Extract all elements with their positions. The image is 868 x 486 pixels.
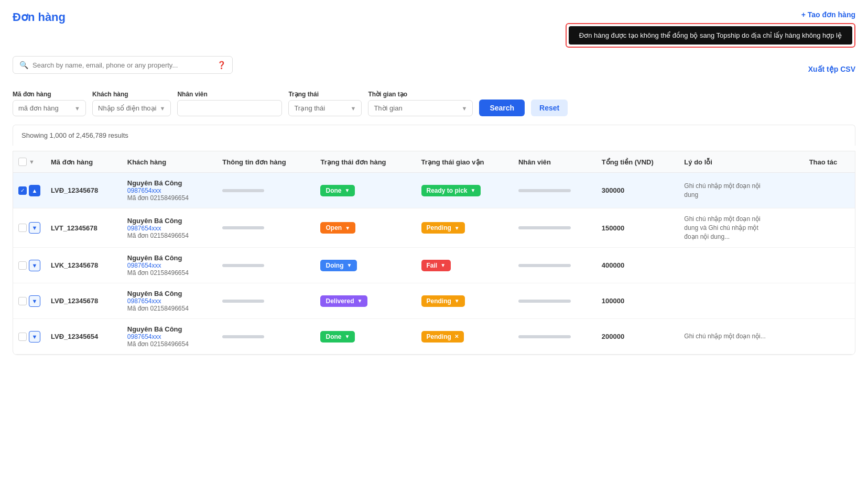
shipping-status-badge[interactable]: Ready to pick ▼: [421, 185, 481, 196]
shipping-status-badge[interactable]: Pending ✕: [421, 331, 464, 343]
chevron-down-icon: ▼: [357, 298, 363, 304]
chevron-down-icon: ▼: [344, 334, 350, 339]
order-id-cell: LVT_12345678: [46, 208, 122, 248]
customer-phone[interactable]: 0987654xxx: [127, 333, 212, 340]
order-amount: 300000: [602, 186, 624, 194]
shipping-status-cell: Pending ✕: [416, 319, 513, 355]
results-info: Showing 1,000 of 2,456,789 results: [13, 125, 855, 146]
customer-order-code: Mã đơn 02158496654: [127, 232, 212, 239]
reset-button[interactable]: Reset: [531, 100, 568, 116]
row-checkbox[interactable]: [18, 224, 27, 232]
order-id: LVĐ_12345654: [51, 333, 98, 340]
order-id-dropdown[interactable]: mã đơn hàng ▼: [13, 100, 86, 116]
shipping-status-badge[interactable]: Pending ▼: [421, 222, 465, 234]
employee-cell: [513, 173, 596, 208]
export-csv-button[interactable]: Xuất tệp CSV: [808, 65, 855, 73]
customer-name: Nguyên Bá Công: [127, 217, 212, 225]
filters-row: Mã đơn hàng mã đơn hàng ▼ Khách hàng Nhậ…: [13, 91, 855, 116]
customer-cell: Nguyên Bá Công 0987654xxx Mã đơn 0215849…: [122, 283, 218, 319]
help-icon[interactable]: ❓: [217, 61, 226, 69]
action-cell: [804, 173, 855, 208]
chevron-down-icon: ▼: [345, 225, 350, 231]
customer-phone[interactable]: 0987654xxx: [127, 225, 212, 232]
search-button[interactable]: Search: [479, 100, 525, 116]
time-dropdown[interactable]: Thời gian ▼: [368, 100, 473, 116]
row-checkbox[interactable]: [18, 297, 27, 305]
chevron-down-icon: ▼: [471, 187, 476, 193]
order-status-cell: Open ▼: [315, 208, 416, 248]
action-cell: [804, 248, 855, 283]
time-placeholder: Thời gian: [374, 104, 402, 112]
table-row: ▼ LVĐ_12345654 Nguyên Bá Công 0987654xxx…: [13, 319, 855, 355]
expand-button[interactable]: ▼: [29, 260, 40, 271]
shipping-status-badge[interactable]: Fail ▼: [421, 260, 451, 271]
status-dropdown[interactable]: Trạng thái ▼: [288, 100, 362, 116]
expand-button[interactable]: ▼: [29, 331, 40, 343]
table-row: ✓ ▲ LVĐ_12345678 Nguyên Bá Công 0987654x…: [13, 173, 855, 208]
customer-dropdown[interactable]: Nhập số điện thoại ▼: [92, 100, 171, 116]
employee-input[interactable]: [177, 100, 282, 116]
error-note: Ghi chú nhập một đoạn nội dung: [684, 182, 768, 200]
order-status-cell: Doing ▼: [315, 248, 416, 283]
order-id-placeholder: mã đơn hàng: [18, 104, 59, 112]
error-reason-cell: Ghi chú nhập một đoạn nội dung và Ghi ch…: [679, 208, 804, 248]
order-status-badge[interactable]: Done ▼: [320, 331, 355, 343]
chevron-down-icon[interactable]: ▼: [29, 159, 35, 165]
employee-bar: [518, 335, 571, 338]
order-info-cell: [217, 319, 315, 355]
shipping-status-badge[interactable]: Pending ▼: [421, 295, 465, 307]
select-all-checkbox[interactable]: [18, 158, 27, 166]
employee-cell: [513, 208, 596, 248]
page-title: Đơn hàng: [13, 10, 66, 24]
row-checkbox[interactable]: ✓: [18, 186, 27, 195]
expand-button[interactable]: ▲: [29, 185, 40, 196]
customer-phone[interactable]: 0987654xxx: [127, 297, 212, 305]
error-reason-cell: Ghi chú nhập một đoạn nội dung: [679, 173, 804, 208]
filter-employee: Nhân viên: [177, 91, 282, 116]
expand-button[interactable]: ▼: [29, 295, 40, 307]
row-checkbox[interactable]: [18, 333, 27, 341]
filter-order-id: Mã đơn hàng mã đơn hàng ▼: [13, 91, 86, 116]
error-reason-cell: [679, 248, 804, 283]
customer-placeholder: Nhập số điện thoại: [98, 104, 157, 112]
table-row: ▼ LVT_12345678 Nguyên Bá Công 0987654xxx…: [13, 208, 855, 248]
customer-order-code: Mã đơn 02158496654: [127, 340, 212, 348]
header-right: + Tao đơn hàng Đơn hàng được tạo không t…: [566, 10, 855, 48]
order-status-badge[interactable]: Delivered ▼: [320, 295, 367, 307]
header-order-id: Mã đơn hàng: [46, 151, 122, 173]
employee-bar: [518, 226, 571, 229]
order-info-bar: [222, 189, 264, 192]
header-action: Thao tác: [804, 151, 855, 173]
row-checkbox[interactable]: [18, 261, 27, 270]
order-amount: 200000: [602, 333, 624, 340]
customer-name: Nguyên Bá Công: [127, 325, 212, 333]
search-input[interactable]: [32, 61, 213, 69]
orders-table-container: ▼ Mã đơn hàng Khách hàng Thông tin đơn h…: [13, 151, 855, 355]
amount-cell: 150000: [596, 208, 679, 248]
create-order-button[interactable]: + Tao đơn hàng: [801, 10, 855, 19]
customer-cell: Nguyên Bá Công 0987654xxx Mã đơn 0215849…: [122, 319, 218, 355]
chevron-down-icon: ▼: [74, 105, 80, 112]
employee-bar: [518, 264, 571, 267]
order-status-badge[interactable]: Open ▼: [320, 222, 355, 234]
employee-cell: [513, 319, 596, 355]
employee-cell: [513, 248, 596, 283]
customer-phone[interactable]: 0987654xxx: [127, 187, 212, 194]
error-note: Ghi chú nhập một đoạn nội dung và Ghi ch…: [684, 215, 768, 241]
order-status-badge[interactable]: Done ▼: [320, 185, 355, 196]
amount-cell: 100000: [596, 283, 679, 319]
table-row: ▼ LVK_12345678 Nguyên Bá Công 0987654xxx…: [13, 248, 855, 283]
order-status-badge[interactable]: Doing ▼: [320, 260, 357, 271]
order-status-cell: Delivered ▼: [315, 283, 416, 319]
customer-name: Nguyên Bá Công: [127, 290, 212, 297]
header-employee: Nhân viên: [513, 151, 596, 173]
orders-table: ▼ Mã đơn hàng Khách hàng Thông tin đơn h…: [13, 151, 855, 355]
action-cell: [804, 319, 855, 355]
customer-cell: Nguyên Bá Công 0987654xxx Mã đơn 0215849…: [122, 173, 218, 208]
customer-phone[interactable]: 0987654xxx: [127, 262, 212, 269]
error-reason-cell: Ghi chú nhập một đoạn nội...: [679, 319, 804, 355]
action-cell: [804, 208, 855, 248]
expand-button[interactable]: ▼: [29, 222, 40, 234]
row-checkbox-cell: ▼: [13, 248, 46, 283]
chevron-down-icon: ▼: [440, 262, 446, 268]
